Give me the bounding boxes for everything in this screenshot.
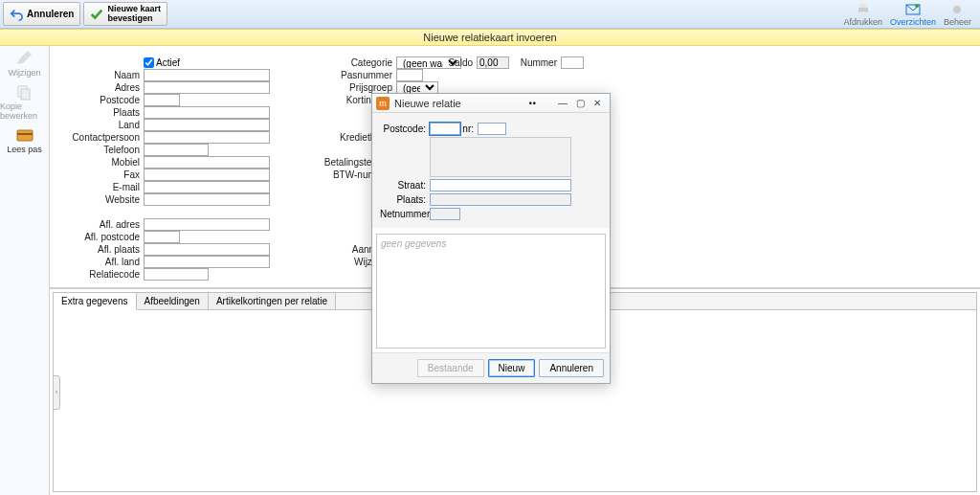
close-button[interactable]: ✕ [589,96,606,111]
naam-input[interactable] [144,69,270,81]
toolbar: Annuleren Nieuwe kaartbevestigen Afdrukk… [0,0,980,29]
saldo-input [477,56,509,69]
cancel-label: Annuleren [27,9,74,19]
svg-rect-8 [17,130,33,141]
manage-button[interactable]: Beheer [944,2,971,27]
postcode-input[interactable] [144,94,180,106]
website-input[interactable] [144,193,270,206]
tab-extra[interactable]: Extra gegevens [54,293,137,310]
afl-land-input[interactable] [144,256,270,268]
dlg-address-display [430,137,571,177]
mobiel-input[interactable] [144,156,270,169]
actief-checkbox[interactable] [144,57,154,68]
dlg-postcode-input[interactable] [430,123,460,135]
svg-rect-7 [21,89,30,100]
svg-rect-1 [860,4,866,8]
email-input[interactable] [144,181,270,193]
tab-artikelkortingen[interactable]: Artikelkortingen per relatie [209,293,336,309]
actief-label: Actief [156,57,180,68]
dlg-nieuw-button[interactable]: Nieuw [488,359,536,377]
afl-postcode-input[interactable] [144,231,180,243]
dlg-annuleren-button[interactable]: Annuleren [539,359,604,377]
overviews-button[interactable]: Overzichten [890,2,936,27]
sidebar-edit[interactable]: Wijzigen [8,50,40,78]
expand-handle[interactable]: ‹ [53,375,60,410]
dots-icon: •• [529,99,537,108]
confirm-label: Nieuwe kaartbevestigen [107,5,161,24]
afl-adres-input[interactable] [144,218,270,231]
dlg-straat-input[interactable] [430,179,571,191]
relatiecode-input[interactable] [144,268,209,281]
maximize-button[interactable]: ▢ [571,96,589,111]
contact-input[interactable] [144,131,270,144]
mail-icon [905,2,921,17]
land-input[interactable] [144,119,270,131]
cancel-button[interactable]: Annuleren [3,2,80,26]
svg-rect-9 [17,133,33,135]
app-icon: m [376,97,390,110]
afl-plaats-input[interactable] [144,243,270,256]
nummer-input[interactable] [561,56,584,69]
page-banner: Nieuwe relatiekaart invoeren [0,29,980,46]
confirm-button[interactable]: Nieuwe kaartbevestigen [83,2,167,26]
dialog-titlebar[interactable]: m Nieuwe relatie •• — ▢ ✕ [372,94,610,113]
telefoon-input[interactable] [144,144,209,156]
print-button[interactable]: Afdrukken [843,2,882,27]
dlg-nr-input[interactable] [478,123,506,135]
check-icon [90,8,103,21]
sidebar: Wijzigen Kopie bewerken Lees pas [0,46,50,495]
plaats-input[interactable] [144,106,270,119]
adres-input[interactable] [144,81,270,94]
dlg-bestaande-button: Bestaande [417,359,484,377]
card-icon [15,126,34,144]
svg-rect-2 [860,11,866,15]
gear-icon [949,2,965,17]
sidebar-readpass[interactable]: Lees pas [7,126,42,154]
pencil-icon [14,50,33,67]
undo-icon [10,8,23,21]
printer-icon [856,2,871,17]
svg-point-5 [953,6,961,13]
fax-input[interactable] [144,169,270,181]
minimize-button[interactable]: — [554,96,571,111]
dlg-netnummer-input[interactable] [430,208,460,220]
copy-icon [15,83,34,101]
svg-point-4 [915,4,919,8]
dlg-plaats-input[interactable] [430,193,571,206]
dialog-nieuwe-relatie: m Nieuwe relatie •• — ▢ ✕ Postcode: nr: … [371,93,611,384]
prijsgroep-select[interactable]: (geen wa [396,81,438,94]
tab-afbeeldingen[interactable]: Afbeeldingen [137,293,209,309]
pasnummer-input[interactable] [396,69,423,81]
dlg-results-list: geen gegevens [376,234,606,349]
sidebar-copyedit[interactable]: Kopie bewerken [0,83,49,121]
dialog-title: Nieuwe relatie [394,98,529,109]
